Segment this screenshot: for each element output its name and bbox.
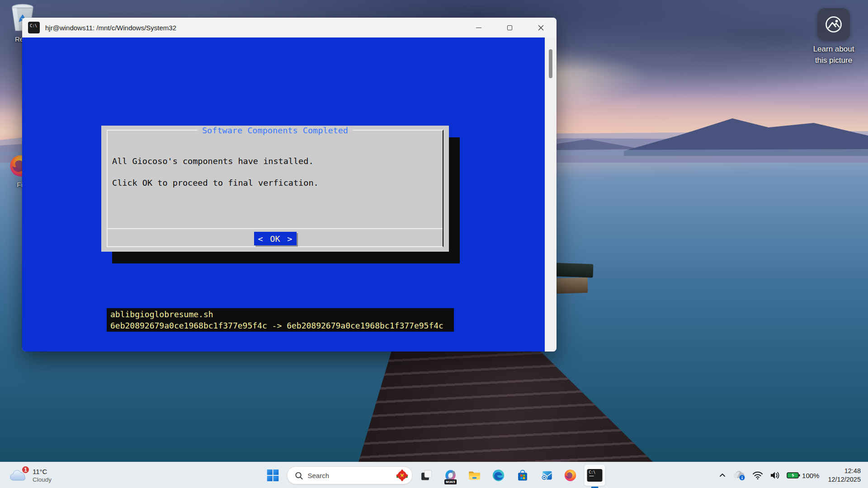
learn-about-badge[interactable] <box>817 8 850 41</box>
weather-temperature: 11°C <box>33 467 52 476</box>
tray-chevron-button[interactable] <box>717 466 728 484</box>
dialog-title: Software Components Completed <box>108 126 443 135</box>
window-title: hjr@windows11: /mnt/c/Windows/System32 <box>45 24 176 32</box>
outlook-button[interactable] <box>537 465 557 485</box>
microsoft-store-icon <box>516 469 529 482</box>
clock-date: 12/12/2025 <box>828 475 861 484</box>
terminal-content[interactable]: Software Components Completed All Giocos… <box>22 38 557 352</box>
pier-beam-light <box>552 277 588 294</box>
firefox-taskbar-icon <box>564 469 577 482</box>
microsoft-store-button[interactable] <box>513 465 533 485</box>
maximize-icon <box>507 25 512 30</box>
windows-logo-icon <box>267 469 279 481</box>
close-icon <box>538 25 544 31</box>
battery-percent: 100% <box>802 472 819 479</box>
dialog-border: Software Components Completed <box>107 130 443 247</box>
chevron-up-icon <box>719 472 726 479</box>
taskbar-search-box[interactable] <box>287 466 413 484</box>
ok-button[interactable]: < OK > <box>254 232 297 245</box>
firefox-button[interactable] <box>561 465 580 485</box>
task-view-button[interactable] <box>417 465 437 485</box>
minimize-icon <box>476 28 481 28</box>
notification-badge: 1 <box>21 465 30 474</box>
close-button[interactable] <box>525 18 557 38</box>
clock-time: 12:48 <box>828 467 861 475</box>
edge-button[interactable] <box>489 465 509 485</box>
terminal-output: ablibgioglobresume.sh6eb20892679a0ce1968… <box>107 308 454 332</box>
tui-dialog: Software Components Completed All Giocos… <box>101 126 449 252</box>
minimize-button[interactable] <box>463 18 494 38</box>
search-icon <box>295 471 303 480</box>
start-button[interactable] <box>263 465 283 485</box>
ok-label: OK <box>270 234 280 244</box>
window-titlebar[interactable]: C:\ hjr@windows11: /mnt/c/Windows/System… <box>22 18 557 38</box>
onedrive-tray-button[interactable] <box>730 466 748 484</box>
wifi-tray-button[interactable] <box>750 466 765 484</box>
clock-widget[interactable]: 12:48 12/12/2025 <box>828 467 861 484</box>
learn-about-label-line1: Learn about <box>813 43 854 55</box>
search-input[interactable] <box>308 472 385 479</box>
task-view-icon <box>420 469 433 482</box>
dialog-separator <box>107 228 443 229</box>
terminal-app-icon: C:\ <box>28 22 40 33</box>
learn-about-label-line2: this picture <box>815 55 852 66</box>
terminal-taskbar-icon: C:\ <box>587 469 603 482</box>
poinsettia-flower-icon <box>396 469 409 482</box>
ok-left-bracket: < <box>258 234 263 244</box>
file-explorer-button[interactable] <box>465 465 485 485</box>
picture-icon <box>824 14 844 34</box>
weather-condition: Cloudy <box>33 476 52 483</box>
outlook-icon <box>540 469 553 482</box>
speaker-icon <box>769 471 780 480</box>
edge-icon <box>492 469 505 482</box>
ok-right-bracket: > <box>287 234 292 244</box>
taskbar: 1 11°C Cloudy <box>0 462 868 488</box>
learn-about-picture-widget[interactable]: Learn about this picture <box>805 8 863 66</box>
maximize-button[interactable] <box>494 18 525 38</box>
dialog-message-line1: All Giocoso's components have installed. <box>112 156 314 166</box>
dialog-message-line2: Click OK to proceed to final verfication… <box>112 178 319 188</box>
scrollbar-thumb[interactable] <box>549 49 552 78</box>
wifi-icon <box>752 471 763 480</box>
battery-icon <box>787 471 800 479</box>
pier-beam-dark <box>552 263 594 277</box>
terminal-window: C:\ hjr@windows11: /mnt/c/Windows/System… <box>22 18 557 352</box>
output-line2: 6eb20892679a0ce1968bc1f377e95f4c -> 6eb2… <box>110 320 450 331</box>
file-explorer-icon <box>468 469 481 482</box>
copilot-m365-button[interactable]: M365 <box>441 465 461 485</box>
output-line1: ablibgioglobresume.sh <box>110 309 450 320</box>
m365-badge: M365 <box>444 479 457 484</box>
weather-widget[interactable]: 1 11°C Cloudy <box>5 462 55 488</box>
terminal-taskbar-button[interactable]: C:\ <box>585 465 605 486</box>
onedrive-cloud-icon <box>732 470 746 481</box>
terminal-scrollbar[interactable] <box>545 38 557 352</box>
battery-tray-button[interactable]: 100% <box>784 466 821 484</box>
volume-tray-button[interactable] <box>767 466 783 484</box>
